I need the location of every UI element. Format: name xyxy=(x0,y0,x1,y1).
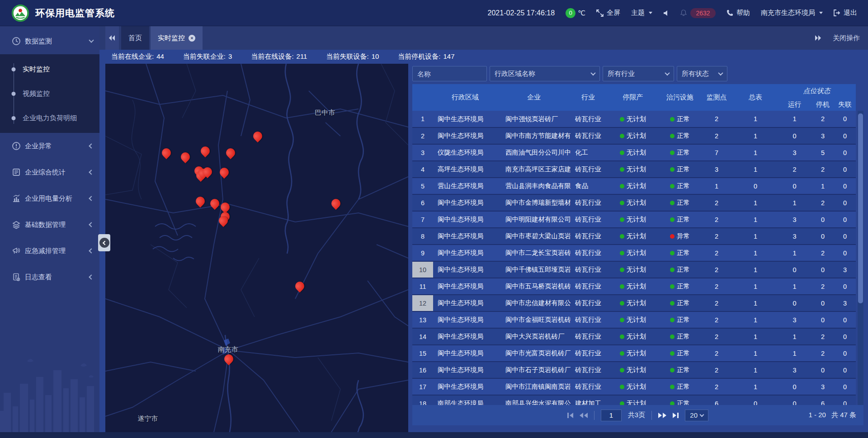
sidebar-item-layers[interactable]: 基础数据管理 xyxy=(0,212,99,238)
region-select[interactable]: 行政区域名称 xyxy=(490,66,600,81)
cell-limit: 无计划 xyxy=(606,261,660,278)
table-row[interactable]: 12阆中生态环境局阆中市忠信建材有限公砖瓦行业无计划正常21003 xyxy=(412,295,856,311)
cell-facility: 正常 xyxy=(660,362,700,378)
name-search-field[interactable] xyxy=(417,70,482,78)
scrollbar-thumb[interactable] xyxy=(858,113,863,303)
table-row[interactable]: 1阆中生态环境局阆中强锐页岩砖厂砖瓦行业无计划正常21120 xyxy=(412,111,856,127)
chevron-left-icon xyxy=(89,222,94,227)
cell-facility: 正常 xyxy=(660,261,700,278)
cell-facility: 正常 xyxy=(660,278,700,295)
sidebar-item-gauge[interactable]: 数据监测 xyxy=(0,28,99,54)
cell-stop: 5 xyxy=(811,144,834,161)
table-row[interactable]: 13阆中生态环境局阆中市金福旺页岩机砖砖瓦行业无计划正常21300 xyxy=(412,311,856,328)
cell-meter: 1 xyxy=(733,311,778,328)
notification-count-badge[interactable]: 2632 xyxy=(690,8,716,18)
cell-lost: 0 xyxy=(834,395,856,405)
cell-facility: 正常 xyxy=(660,127,700,144)
tab-home[interactable]: 首页 xyxy=(121,26,149,50)
table-row[interactable]: 4高坪生态环境局南充市高坪区王家店建砖瓦行业无计划正常31220 xyxy=(412,161,856,178)
table-row[interactable]: 14阆中生态环境局阆中大兴页岩机砖厂砖瓦行业无计划正常21120 xyxy=(412,328,856,345)
sidebar-item-log[interactable]: 日志查看 xyxy=(0,264,99,290)
cell-index: 18 xyxy=(412,395,433,405)
tab-bar: 首页 实时监控 × 关闭操作 xyxy=(99,26,868,50)
table-row[interactable]: 18南部生态环境局南部县兴华水泥有限公建材加工无计划正常60060 xyxy=(412,395,856,405)
sidebar-item-alert[interactable]: 企业异常 xyxy=(0,133,99,159)
cell-region: 阆中生态环境局 xyxy=(433,228,497,245)
cell-index: 14 xyxy=(412,328,433,345)
name-search-input[interactable] xyxy=(412,66,487,81)
table-row[interactable]: 6阆中生态环境局阆中市金博瑞新型墙材砖瓦行业无计划正常21120 xyxy=(412,194,856,211)
map-panel[interactable]: 巴中市南充市遂宁市 xyxy=(105,64,408,432)
stats-icon xyxy=(12,168,21,177)
cell-meter: 1 xyxy=(733,228,778,245)
prev-page-button[interactable] xyxy=(580,413,588,418)
notification-bell[interactable] xyxy=(680,9,687,16)
sidebar-subitem[interactable]: 企业电力负荷明细 xyxy=(0,106,99,130)
last-page-button[interactable] xyxy=(673,413,679,418)
cell-industry: 食品 xyxy=(571,178,606,194)
speaker-icon[interactable] xyxy=(663,10,670,16)
industry-select[interactable]: 所有行业 xyxy=(603,66,674,81)
table-row[interactable]: 7阆中生态环境局阆中明阳建材有限公司砖瓦行业无计划正常21300 xyxy=(412,211,856,228)
cell-company: 阆中市枣碧大梁山页岩 xyxy=(497,228,571,245)
cell-stop: 0 xyxy=(811,228,834,245)
theme-dropdown[interactable]: 主题 xyxy=(631,9,652,17)
help-button[interactable]: 帮助 xyxy=(726,9,750,17)
tab-close-icon[interactable]: × xyxy=(189,35,195,42)
cell-region: 阆中生态环境局 xyxy=(433,111,497,127)
first-page-button[interactable] xyxy=(567,413,573,418)
sidebar-subitem[interactable]: 实时监控 xyxy=(0,57,99,81)
table-row[interactable]: 17阆中生态环境局阆中市江南镇阆南页岩砖瓦行业无计划正常21030 xyxy=(412,378,856,395)
table-row[interactable]: 2阆中生态环境局阆中市南方节能建材有砖瓦行业无计划正常21030 xyxy=(412,127,856,144)
stat-label: 当前失联企业: xyxy=(183,52,226,61)
double-right-arrow-icon[interactable] xyxy=(815,35,821,41)
sidebar-item-chart[interactable]: 企业用电量分析 xyxy=(0,185,99,212)
cell-limit: 无计划 xyxy=(606,228,660,245)
app-header: 环保用电监管系统 2021-02-25 17:46:18 0 ℃ 全屏 主题 2… xyxy=(0,0,868,26)
cell-monitor: 2 xyxy=(700,345,733,362)
sidebar-subitem[interactable]: 视频监控 xyxy=(0,81,99,106)
fullscreen-button[interactable]: 全屏 xyxy=(596,9,620,17)
cell-monitor: 2 xyxy=(700,311,733,328)
table-row[interactable]: 15阆中生态环境局阆中市光富页岩机砖厂砖瓦行业无计划正常21120 xyxy=(412,345,856,362)
tab-realtime-monitoring[interactable]: 实时监控 × xyxy=(151,26,203,50)
cell-lost: 0 xyxy=(834,211,856,228)
cell-region: 阆中生态环境局 xyxy=(433,311,497,328)
cell-index: 16 xyxy=(412,362,433,378)
pager-divider xyxy=(651,411,652,420)
table-row[interactable]: 5营山生态环境局营山县润丰肉食品有限食品无计划正常10010 xyxy=(412,178,856,194)
cell-limit: 无计划 xyxy=(606,194,660,211)
cell-region: 仪陇生态环境局 xyxy=(433,144,497,161)
bullet-icon xyxy=(12,92,16,96)
table-row[interactable]: 3仪陇生态环境局西南油气田分公司川中化工无计划正常71350 xyxy=(412,144,856,161)
sidebar-item-label: 企业异常 xyxy=(25,142,52,151)
sidebar-item-megaphone[interactable]: 应急减排管理 xyxy=(0,238,99,264)
tabs-scroll-left-button[interactable] xyxy=(105,26,119,50)
org-dropdown[interactable]: 南充市生态环境局 xyxy=(761,9,823,17)
map-roads-layer xyxy=(105,64,408,432)
cell-facility: 正常 xyxy=(660,245,700,261)
table-row[interactable]: 10阆中生态环境局阆中千佛镇五郎垭页岩砖瓦行业无计划正常21003 xyxy=(412,261,856,278)
next-page-button[interactable] xyxy=(658,413,666,418)
map-collapse-button[interactable] xyxy=(98,234,110,251)
status-select[interactable]: 所有状态 xyxy=(677,66,727,81)
cell-meter: 0 xyxy=(733,178,778,194)
cell-industry: 砖瓦行业 xyxy=(571,211,606,228)
table-row[interactable]: 8阆中生态环境局阆中市枣碧大梁山页岩砖瓦行业无计划异常21300 xyxy=(412,228,856,245)
cell-facility: 正常 xyxy=(660,178,700,194)
sidebar-item-stats[interactable]: 企业综合统计 xyxy=(0,159,99,185)
cell-industry: 化工 xyxy=(571,144,606,161)
cell-monitor: 3 xyxy=(700,161,733,178)
cell-company: 西南油气田分公司川中 xyxy=(497,144,571,161)
cell-company: 阆中市石子页岩机砖厂 xyxy=(497,362,571,378)
table-row[interactable]: 16阆中生态环境局阆中市石子页岩机砖厂砖瓦行业无计划正常21300 xyxy=(412,362,856,378)
logout-button[interactable]: 退出 xyxy=(834,9,857,17)
table-row[interactable]: 9阆中生态环境局阆中市二龙长宝页岩砖砖瓦行业无计划正常21120 xyxy=(412,245,856,261)
cell-stop: 2 xyxy=(811,328,834,345)
close-operations-button[interactable]: 关闭操作 xyxy=(833,34,860,42)
page-number-input[interactable]: 1 xyxy=(601,410,622,421)
table-row[interactable]: 11阆中生态环境局阆中市五马桥页岩机砖砖瓦行业无计划正常21120 xyxy=(412,278,856,295)
sidebar-item-label: 应急减排管理 xyxy=(25,247,66,255)
cell-meter: 1 xyxy=(733,211,778,228)
page-size-select[interactable]: 20 xyxy=(685,410,708,421)
